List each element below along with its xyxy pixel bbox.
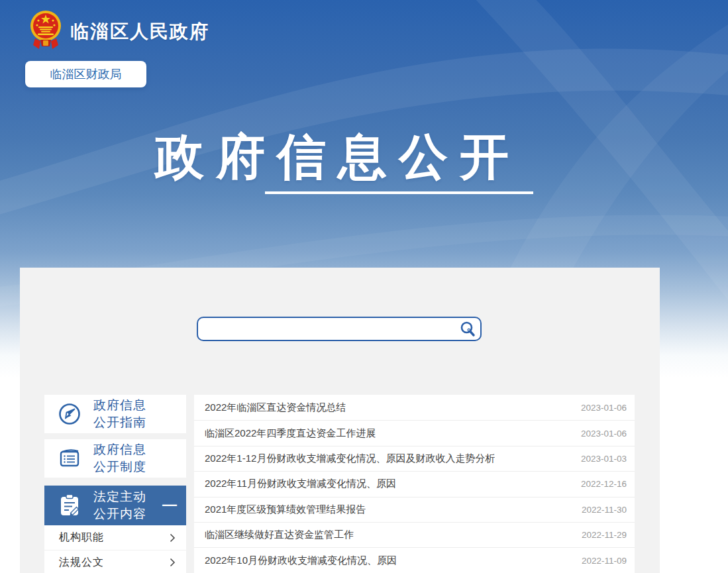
article-title[interactable]: 临淄区继续做好直达资金监管工作 [205, 529, 354, 541]
collapse-indicator[interactable]: — [162, 501, 177, 508]
article-date: 2023-01-03 [581, 454, 627, 464]
article-row[interactable]: 2022年1-12月份财政收支增减变化情况、原因及财政收入走势分析 2023-0… [194, 446, 635, 471]
article-title[interactable]: 2022年1-12月份财政收支增减变化情况、原因及财政收入走势分析 [205, 452, 495, 465]
search-input[interactable] [198, 318, 455, 340]
page-title: 政府信息公开 [119, 125, 556, 191]
article-title[interactable]: 2022年11月份财政收支增减变化情况、原因 [205, 478, 396, 490]
clipboard-pencil-icon [55, 491, 84, 520]
article-row[interactable]: 2022年11月份财政收支增减变化情况、原因 2022-12-16 [194, 471, 635, 496]
article-date: 2022-11-29 [582, 530, 627, 540]
article-row[interactable]: 临淄区继续做好直达资金监管工作 2022-11-29 [194, 522, 635, 547]
sidebar-item-label: 公开制度 [93, 458, 146, 476]
article-date: 2022-11-09 [582, 556, 627, 566]
site-name[interactable]: 临淄区人民政府 [70, 19, 209, 44]
title-underline [265, 191, 533, 194]
sidebar-item-label: 公开内容 [93, 505, 146, 523]
submenu-item-org-functions[interactable]: 机构职能 [44, 525, 186, 550]
article-date: 2022-12-16 [581, 479, 627, 489]
submenu-item-regulations[interactable]: 法规公文 [44, 550, 186, 573]
sidebar-item-guide[interactable]: 政府信息 公开指南 [44, 395, 186, 433]
department-label: 临淄区财政局 [50, 66, 122, 82]
article-title[interactable]: 2021年度区级预算绩效管理结果报告 [205, 503, 366, 516]
sidebar-item-label: 政府信息 [93, 441, 146, 458]
sidebar-submenu: 机构职能 法规公文 [44, 525, 186, 573]
sidebar-item-system[interactable]: 政府信息 公开制度 [44, 439, 186, 478]
article-title[interactable]: 2022年临淄区直达资金情况总结 [205, 401, 346, 414]
submenu-item-label: 机构职能 [59, 531, 104, 545]
article-row[interactable]: 2022年临淄区直达资金情况总结 2023-01-06 [194, 395, 635, 420]
submenu-item-label: 法规公文 [59, 556, 104, 570]
article-row[interactable]: 2021年度区级预算绩效管理结果报告 2022-11-30 [194, 497, 635, 522]
article-list: 2022年临淄区直达资金情况总结 2023-01-06 临淄区2022年四季度直… [194, 395, 635, 573]
article-date: 2023-01-06 [581, 403, 627, 413]
chevron-right-icon [170, 533, 176, 543]
document-icon [55, 444, 84, 473]
sidebar-item-label: 法定主动 [93, 488, 146, 505]
sidebar-item-label: 公开指南 [93, 414, 146, 431]
site-logo-row[interactable]: 临淄区人民政府 [30, 8, 209, 56]
article-row[interactable]: 临淄区2022年四季度直达资金工作进展 2023-01-06 [194, 420, 635, 445]
chevron-right-icon [170, 558, 176, 567]
article-title[interactable]: 2022年10月份财政收支增减变化情况、原因 [205, 554, 397, 567]
sidebar-item-statutory-disclosure[interactable]: 法定主动 公开内容 — [44, 486, 186, 525]
national-emblem-icon [30, 8, 62, 56]
article-date: 2023-01-06 [581, 429, 627, 439]
sidebar-item-label: 政府信息 [93, 397, 146, 414]
article-date: 2022-11-30 [582, 505, 627, 515]
article-row[interactable]: 2022年10月份财政收支增减变化情况、原因 2022-11-09 [194, 547, 635, 572]
article-title[interactable]: 临淄区2022年四季度直达资金工作进展 [205, 427, 376, 440]
compass-icon [55, 399, 84, 429]
content-panel: 政府信息 公开指南 政府信息 公开制度 [20, 268, 660, 573]
search-box [197, 317, 482, 341]
sidebar: 政府信息 公开指南 政府信息 公开制度 [44, 395, 186, 573]
search-icon [459, 321, 476, 338]
department-button[interactable]: 临淄区财政局 [25, 61, 146, 87]
search-button[interactable] [455, 318, 480, 340]
